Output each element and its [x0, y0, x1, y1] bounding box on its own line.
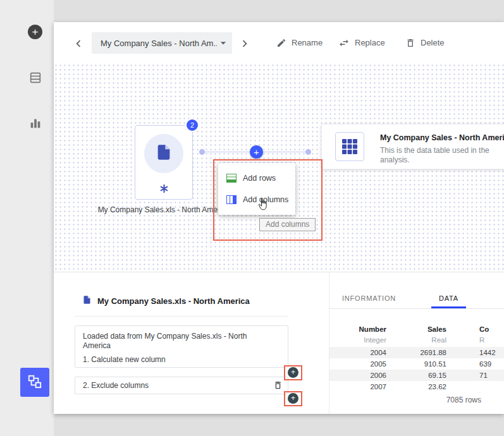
- column-header: Number: [329, 324, 386, 335]
- tab-data[interactable]: DATA: [431, 289, 466, 308]
- add-button[interactable]: +: [28, 25, 42, 39]
- table-grid-icon: [335, 132, 364, 161]
- plus-icon: +: [291, 394, 295, 403]
- divider: [75, 316, 288, 317]
- cell: 71: [479, 370, 504, 381]
- plus-icon: +: [254, 147, 259, 157]
- data-canvas-icon: [27, 373, 43, 392]
- pencil-icon: [276, 38, 286, 48]
- main-window: My Company Sales - North Am... Rename: [54, 22, 504, 414]
- column-header: Co: [479, 324, 504, 335]
- trash-icon: [405, 38, 415, 48]
- add-menu: Add rows Add columns: [218, 163, 295, 215]
- document-icon: [155, 143, 173, 164]
- loaded-data-text: Loaded data from My Company Sales.xls - …: [83, 332, 271, 351]
- left-sidebar: +: [0, 0, 54, 436]
- transformation-icon: [159, 184, 169, 193]
- data-preview-table: Number Sales Co Integer Real R 2004 2691…: [329, 324, 504, 390]
- replace-label: Replace: [355, 38, 385, 47]
- delete-step-button[interactable]: [273, 380, 283, 392]
- connector-port-right: [305, 149, 311, 155]
- rename-label: Rename: [292, 38, 323, 47]
- rename-button[interactable]: Rename: [276, 22, 323, 63]
- chevron-left-icon: [71, 37, 85, 51]
- step-card-exclude[interactable]: 2. Exclude columns: [75, 377, 288, 394]
- data-list-icon: [28, 71, 42, 87]
- add-rows-icon: [226, 174, 237, 183]
- visualizations-button[interactable]: [28, 117, 42, 131]
- next-table-button[interactable]: [238, 37, 252, 51]
- menu-item-add-rows[interactable]: Add rows: [218, 167, 295, 189]
- cell: 69.15: [390, 370, 446, 381]
- chevron-right-icon: [238, 37, 252, 51]
- bar-chart-icon: [28, 116, 42, 132]
- table-header-row: Number Sales Co: [329, 324, 504, 335]
- data-in-analysis-button[interactable]: [28, 71, 42, 85]
- swap-icon: [338, 37, 350, 49]
- delete-label: Delete: [421, 38, 445, 47]
- table-node-description: This is the data table used in the analy…: [380, 146, 504, 165]
- delete-button[interactable]: Delete: [405, 22, 445, 63]
- plus-icon: +: [32, 26, 39, 38]
- canvas-toolbar: My Company Sales - North Am... Rename: [54, 22, 504, 63]
- step-1-label: 1. Calculate new column: [83, 355, 271, 365]
- data-canvas-area: 2 My Company Sales.xls - North America +…: [54, 63, 504, 272]
- add-transformation-button[interactable]: +: [250, 145, 263, 159]
- column-header: Sales: [390, 324, 446, 335]
- cell: 1442: [479, 347, 504, 358]
- trash-icon: [273, 380, 283, 392]
- caret-down-icon: [217, 37, 230, 49]
- data-preview-panel: INFORMATION DATA Number Sales Co Integer…: [329, 272, 504, 414]
- previous-table-button[interactable]: [71, 37, 85, 51]
- source-node-label: My Company Sales.xls - North America: [88, 205, 240, 214]
- cell: 639: [479, 358, 504, 370]
- cell: 2007: [329, 381, 386, 390]
- step-2-label: 2. Exclude columns: [83, 381, 149, 390]
- preview-tabs: INFORMATION DATA: [329, 289, 504, 309]
- cell: 23.62: [390, 381, 446, 390]
- replace-button[interactable]: Replace: [338, 22, 385, 63]
- step-card-loaded[interactable]: Loaded data from My Company Sales.xls - …: [75, 325, 288, 368]
- column-type: Integer: [329, 335, 386, 346]
- table-row: 2006 69.15 71: [329, 370, 504, 381]
- row-count: 7085 rows: [329, 396, 481, 404]
- menu-item-add-columns[interactable]: Add columns: [218, 189, 295, 210]
- bottom-panel: My Company Sales.xls - North America Loa…: [54, 272, 504, 414]
- table-rows: 2004 2691.88 1442 2005 910.51 639 2006 6…: [329, 347, 504, 390]
- insert-transformation-button-1[interactable]: +: [288, 367, 298, 378]
- app-screen: + My Company Sale: [0, 0, 504, 436]
- dataset-dropdown[interactable]: My Company Sales - North Am...: [92, 32, 232, 54]
- add-columns-icon: [226, 195, 237, 204]
- source-title: My Company Sales.xls - North America: [97, 296, 250, 306]
- table-type-row: Integer Real R: [329, 335, 504, 346]
- table-row: 2007 23.62: [329, 381, 504, 390]
- data-canvas-button[interactable]: [20, 368, 49, 397]
- data-table-node[interactable]: My Company Sales - North America This is…: [321, 124, 504, 169]
- tab-information[interactable]: INFORMATION: [335, 289, 403, 308]
- menu-item-label: Add rows: [243, 174, 276, 183]
- column-type: R: [479, 335, 504, 346]
- table-node-title: My Company Sales - North America: [380, 133, 504, 142]
- cell: 2691.88: [390, 347, 446, 358]
- dataset-dropdown-label: My Company Sales - North Am...: [92, 39, 217, 48]
- cell: 2006: [329, 370, 386, 381]
- table-row: 2005 910.51 639: [329, 358, 504, 370]
- source-file-node[interactable]: [135, 125, 193, 200]
- source-details-panel: My Company Sales.xls - North America Loa…: [54, 272, 329, 414]
- plus-icon: +: [291, 368, 295, 377]
- file-icon: [82, 295, 92, 305]
- insert-transformation-button-2[interactable]: +: [288, 393, 298, 404]
- file-icon-circle: [144, 134, 183, 173]
- step-count-badge: 2: [185, 118, 199, 132]
- tooltip: Add columns: [259, 218, 316, 231]
- column-type: Real: [390, 335, 446, 346]
- cell: 910.51: [390, 358, 446, 370]
- mouse-cursor: [258, 197, 268, 214]
- cell: 2004: [329, 347, 386, 358]
- connector-port-left: [199, 149, 205, 155]
- cell: 2005: [329, 358, 386, 370]
- table-row: 2004 2691.88 1442: [329, 347, 504, 358]
